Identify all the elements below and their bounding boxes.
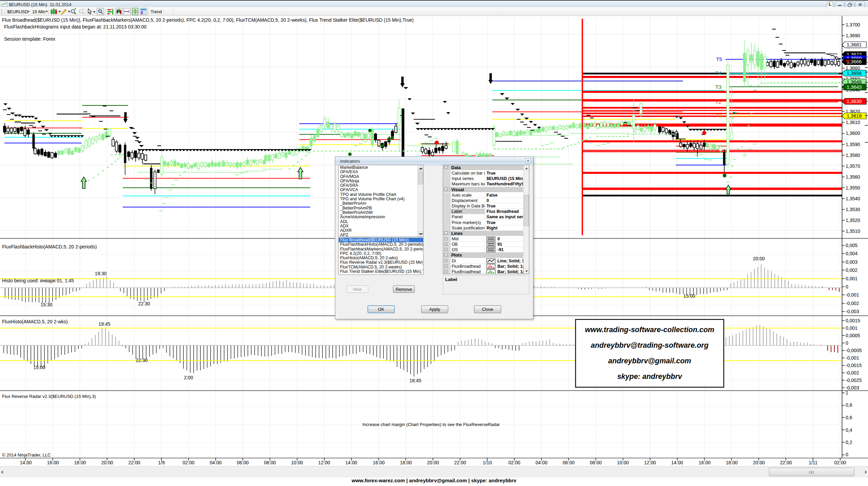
svg-text:0,001: 0,001 [846,276,857,281]
svg-text:T2: T2 [715,99,722,105]
svg-text:Flux Broadhead($EURUSD (15 Min: Flux Broadhead($EURUSD (15 Min)), FluxFl… [2,17,414,23]
svg-text:22:00: 22:00 [454,460,466,465]
svg-text:-0,0015: -0,0015 [846,363,862,368]
svg-text:1/9: 1/9 [158,460,165,465]
svg-text:04:00: 04:00 [210,460,221,465]
svg-text:-0,001: -0,001 [846,292,859,298]
svg-text:22:30: 22:30 [136,358,147,363]
svg-text:0,004: 0,004 [846,251,857,256]
svg-text:andreybbrv@gmail.com: andreybbrv@gmail.com [608,357,691,365]
svg-text:1: 1 [846,390,848,396]
svg-text:0,003: 0,003 [846,259,857,265]
svg-text:18:00: 18:00 [74,460,86,465]
svg-text:14:00: 14:00 [345,460,357,465]
svg-text:1,3540: 1,3540 [846,196,860,201]
svg-text:Session template: Forex: Session template: Forex [4,36,55,42]
svg-text:16:00: 16:00 [373,460,384,465]
svg-text:22:30: 22:30 [138,301,150,306]
svg-text:1,3510: 1,3510 [846,228,860,234]
svg-text:1,3550: 1,3550 [846,185,860,190]
svg-text:1/11: 1/11 [809,460,817,465]
svg-text:1,3600: 1,3600 [846,130,860,136]
svg-text:FluxFlashbackHisto(AMACD,5, 20: FluxFlashbackHisto(AMACD,5, 20 2-periods… [2,244,97,249]
svg-text:20:00: 20:00 [427,460,439,465]
svg-text:08:00: 08:00 [264,460,276,465]
svg-text:1,3643: 1,3643 [847,84,862,90]
svg-text:skype: andreybbrv: skype: andreybbrv [617,372,682,381]
svg-text:04:00: 04:00 [535,460,547,465]
svg-text:0,8: 0,8 [846,402,852,408]
svg-text:08:00: 08:00 [590,460,601,465]
svg-text:16:00: 16:00 [47,460,59,465]
svg-text:FluxHisto(AMACD,5, 20 2-wks): FluxHisto(AMACD,5, 20 2-wks) [2,319,68,324]
svg-text:10:00: 10:00 [291,460,303,465]
svg-text:02:00: 02:00 [182,460,194,465]
svg-text:19:45: 19:45 [98,321,110,327]
svg-text:Flux Reverse Radar v2.3($EURUS: Flux Reverse Radar v2.3($EURUSD (15 Min)… [2,394,96,399]
svg-text:06:00: 06:00 [237,460,249,465]
svg-text:1,3656: 1,3656 [847,70,862,76]
svg-text:-0,003: -0,003 [846,309,859,314]
svg-text:1,3530: 1,3530 [846,207,860,212]
svg-text:-0,003: -0,003 [846,385,859,390]
svg-text:0: 0 [846,452,848,457]
svg-text:2:00: 2:00 [184,375,193,380]
svg-text:22:00: 22:00 [780,460,792,465]
svg-text:18:00: 18:00 [400,460,412,465]
svg-text:1/10: 1/10 [482,460,492,465]
svg-text:-0,0025: -0,0025 [846,378,862,383]
svg-text:1,3590: 1,3590 [846,142,860,147]
svg-text:14:00: 14:00 [20,460,32,465]
svg-text:Increase chart margin (Chart P: Increase chart margin (Chart Properties)… [362,422,500,427]
svg-text:20:00: 20:00 [753,460,765,465]
svg-text:T3: T3 [715,84,722,90]
svg-text:22:00: 22:00 [128,460,140,465]
svg-text:15:00: 15:00 [33,365,45,370]
svg-text:1,3630: 1,3630 [847,99,862,104]
svg-text:FluxFlashbackHistograms input: FluxFlashbackHistograms input data began… [4,24,146,29]
svg-text:1,3690: 1,3690 [846,33,860,38]
svg-text:0,002: 0,002 [846,267,857,273]
svg-text:0,0015: 0,0015 [846,318,860,323]
svg-text:20:00: 20:00 [101,460,113,465]
svg-text:-0,002: -0,002 [846,370,859,376]
svg-text:1,3610: 1,3610 [846,120,860,125]
svg-text:Histo being used: января 01, 1: Histo being used: января 01, 1:45 [2,278,74,283]
svg-text:0,6: 0,6 [846,415,852,420]
svg-text:1,3681: 1,3681 [847,42,862,47]
svg-text:15:00: 15:00 [683,293,695,299]
svg-text:15:30: 15:30 [40,302,52,307]
svg-text:20:00: 20:00 [753,256,765,261]
svg-text:-0,002: -0,002 [846,301,859,306]
svg-text:0,001: 0,001 [846,325,857,331]
svg-text:14:00: 14:00 [671,460,683,465]
svg-text:02:00: 02:00 [508,460,520,465]
svg-text:-0,001: -0,001 [846,355,859,361]
svg-text:0,0005: 0,0005 [846,333,860,338]
svg-text:12:00: 12:00 [644,460,656,465]
svg-text:www.trading-software-collectio: www.trading-software-collection.com [585,326,714,334]
svg-text:16:00: 16:00 [698,460,710,465]
svg-text:02:00: 02:00 [834,460,846,465]
svg-text:T5: T5 [716,56,722,62]
svg-text:1,3618: 1,3618 [847,113,862,119]
svg-text:10:00: 10:00 [617,460,629,465]
svg-text:1,3560: 1,3560 [846,174,860,180]
svg-text:T4: T4 [715,70,722,76]
svg-text:-0,0005: -0,0005 [846,348,862,353]
svg-text:1,3700: 1,3700 [846,22,860,27]
svg-text:andreybbrv@trading-software.or: andreybbrv@trading-software.org [591,341,708,349]
svg-text:$: $ [134,9,136,14]
svg-text:0: 0 [846,284,848,289]
svg-text:06:00: 06:00 [563,460,574,465]
svg-text:© 2014 NinjaTrader, LLC: © 2014 NinjaTrader, LLC [2,452,51,458]
svg-text:18:45: 18:45 [409,378,421,383]
svg-text:1,3570: 1,3570 [846,163,860,169]
svg-text:1,3580: 1,3580 [846,153,860,158]
svg-text:19:30: 19:30 [95,271,106,276]
svg-text:1,3520: 1,3520 [846,218,860,223]
svg-text:T1: T1 [716,113,722,119]
svg-text:0,4: 0,4 [846,427,852,433]
svg-text:12:00: 12:00 [318,460,330,465]
svg-text:0: 0 [846,340,848,346]
